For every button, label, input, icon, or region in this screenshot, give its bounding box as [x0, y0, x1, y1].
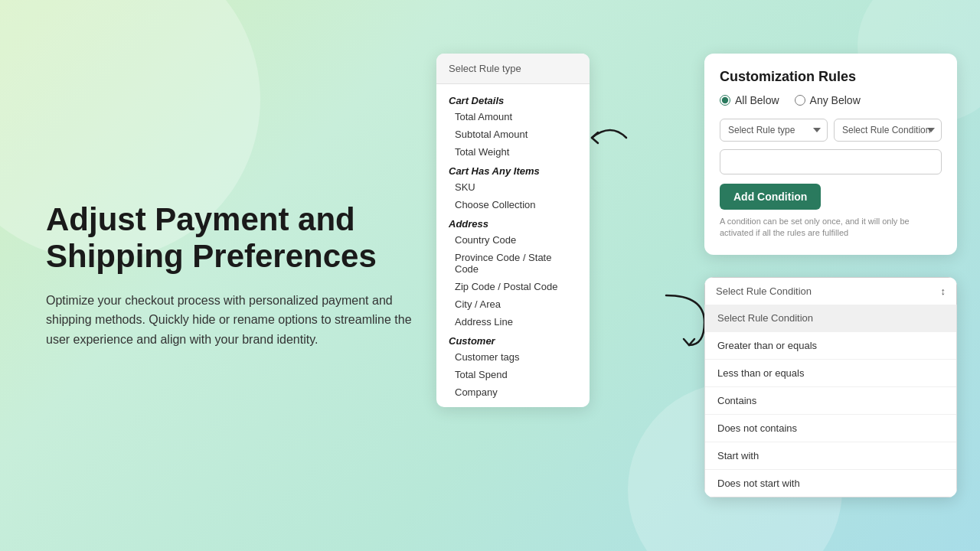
category-cart-has-any-items: Cart Has Any Items [436, 161, 590, 178]
condition-option-not-start-with[interactable]: Does not start with [705, 470, 956, 497]
item-choose-collection[interactable]: Choose Collection [436, 196, 590, 214]
radio-any-below-input[interactable] [795, 95, 805, 106]
item-total-amount[interactable]: Total Amount [436, 108, 590, 126]
add-condition-button[interactable]: Add Condition [720, 184, 821, 210]
condition-option-gte[interactable]: Greater than or equals [705, 332, 956, 360]
item-subtotal-amount[interactable]: Subtotal Amount [436, 126, 590, 143]
right-section: Select Rule type Cart Details Total Amou… [436, 54, 957, 497]
rule-type-select[interactable]: Select Rule type [720, 119, 828, 142]
rule-type-dropdown-card: Select Rule type Cart Details Total Amou… [436, 54, 590, 407]
item-total-weight[interactable]: Total Weight [436, 143, 590, 161]
condition-option-not-contains[interactable]: Does not contains [705, 415, 956, 442]
condition-note: A condition can be set only once, and it… [720, 216, 942, 240]
rules-title: Customization Rules [720, 69, 942, 85]
item-zip-code[interactable]: Zip Code / Postal Code [436, 278, 590, 295]
item-country-code[interactable]: Country Code [436, 231, 590, 249]
radio-all-below-input[interactable] [720, 95, 730, 106]
arrow-left [584, 119, 630, 163]
radio-all-below[interactable]: All Below [720, 94, 779, 106]
dropdown-card-header: Select Rule type [436, 54, 590, 84]
item-address-line[interactable]: Address Line [436, 313, 590, 331]
category-customer: Customer [436, 331, 590, 348]
condition-options-list: Select Rule Condition Greater than or eq… [704, 305, 957, 497]
condition-option-start-with[interactable]: Start with [705, 442, 956, 470]
condition-option-default[interactable]: Select Rule Condition [705, 305, 956, 332]
condition-option-lte[interactable]: Less than or equals [705, 360, 956, 387]
page-description: Optimize your checkout process with pers… [46, 291, 429, 350]
page-title: Adjust Payment and Shipping Preferences [46, 201, 459, 276]
dropdown-card-body: Cart Details Total Amount Subtotal Amoun… [436, 84, 590, 407]
condition-select-header[interactable]: Select Rule Condition ↕ [704, 277, 957, 305]
customization-rules-card: Customization Rules All Below Any Below … [704, 54, 957, 255]
item-customer-tags[interactable]: Customer tags [436, 348, 590, 366]
left-section: Adjust Payment and Shipping Preferences … [46, 201, 459, 349]
rule-condition-select[interactable]: Select Rule Condition [834, 119, 942, 142]
radio-group: All Below Any Below [720, 94, 942, 106]
condition-select-chevron: ↕ [941, 285, 946, 297]
radio-all-below-label: All Below [735, 94, 779, 106]
selects-row: Select Rule type Select Rule Condition [720, 119, 942, 142]
condition-select-header-label: Select Rule Condition [716, 285, 812, 297]
item-sku[interactable]: SKU [436, 178, 590, 196]
condition-dropdown-card: Select Rule Condition ↕ Select Rule Cond… [704, 277, 957, 497]
value-input[interactable] [720, 149, 942, 174]
item-total-spend[interactable]: Total Spend [436, 366, 590, 383]
item-city-area[interactable]: City / Area [436, 295, 590, 313]
item-province-code[interactable]: Province Code / State Code [436, 249, 590, 278]
arrow-right [655, 292, 708, 356]
radio-any-below-label: Any Below [810, 94, 861, 106]
condition-option-contains[interactable]: Contains [705, 387, 956, 415]
category-address: Address [436, 214, 590, 231]
item-company[interactable]: Company [436, 383, 590, 401]
category-cart-details: Cart Details [436, 90, 590, 108]
radio-any-below[interactable]: Any Below [795, 94, 861, 106]
